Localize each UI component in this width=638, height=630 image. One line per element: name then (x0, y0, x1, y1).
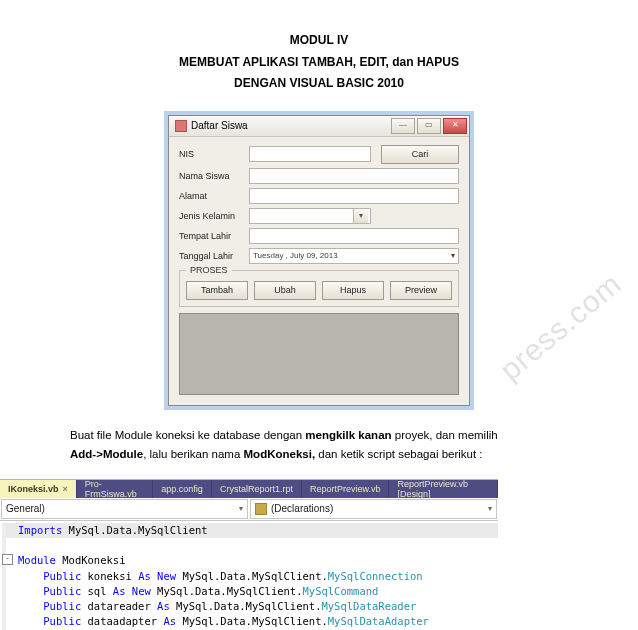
ubah-button[interactable]: Ubah (254, 281, 316, 300)
tambah-button[interactable]: Tambah (186, 281, 248, 300)
tab[interactable]: app.config (153, 480, 212, 498)
close-icon: × (63, 484, 68, 494)
combo-jk[interactable] (249, 208, 371, 224)
input-nis[interactable] (249, 146, 371, 162)
tab[interactable]: CrystalReport1.rpt (212, 480, 302, 498)
datagrid[interactable] (179, 313, 459, 395)
title-line2: MEMBUAT APLIKASI TAMBAH, EDIT, dan HAPUS (70, 52, 568, 74)
minimize-button[interactable]: — (391, 118, 415, 134)
window-title: Daftar Siswa (191, 120, 248, 131)
date-value: Tuesday , July 09, 2013 (253, 251, 338, 260)
hapus-button[interactable]: Hapus (322, 281, 384, 300)
titlebar: Daftar Siswa — ▭ ✕ (169, 116, 469, 137)
input-nama[interactable] (249, 168, 459, 184)
ide-screenshot: IKoneksi.vb× Pro-FrmSiswa.vb app.config … (0, 479, 498, 630)
tab[interactable]: ReportPreview.vb [Design] (389, 480, 498, 498)
groupbox-proses: PROSES Tambah Ubah Hapus Preview (179, 270, 459, 307)
title-line1: MODUL IV (70, 30, 568, 52)
collapse-icon[interactable]: - (2, 554, 13, 565)
maximize-button[interactable]: ▭ (417, 118, 441, 134)
close-button[interactable]: ✕ (443, 118, 467, 134)
chevron-down-icon: ▾ (488, 504, 492, 513)
chevron-down-icon: ▾ (239, 504, 243, 513)
datepicker-tgllahir[interactable]: Tuesday , July 09, 2013 ▾ (249, 248, 459, 264)
input-tlahir[interactable] (249, 228, 459, 244)
code-editor[interactable]: Imports MySql.Data.MySqlClient - Module … (0, 521, 498, 630)
form-window: Daftar Siswa — ▭ ✕ NIS Cari Nama Siswa A… (168, 115, 470, 406)
cari-button[interactable]: Cari (381, 145, 459, 164)
document-title: MODUL IV MEMBUAT APLIKASI TAMBAH, EDIT, … (70, 30, 568, 95)
label-tgllahir: Tanggal Lahir (179, 251, 249, 261)
label-alamat: Alamat (179, 191, 249, 201)
date-arrow-icon: ▾ (451, 251, 455, 260)
scope-dropdown[interactable]: General) ▾ (1, 499, 248, 519)
preview-button[interactable]: Preview (390, 281, 452, 300)
label-jk: Jenis Kelamin (179, 211, 249, 221)
member-dropdown[interactable]: (Declarations) ▾ (250, 499, 497, 519)
label-tlahir: Tempat Lahir (179, 231, 249, 241)
tab-active[interactable]: IKoneksi.vb× (0, 480, 77, 498)
app-icon (175, 120, 187, 132)
tab-strip: IKoneksi.vb× Pro-FrmSiswa.vb app.config … (0, 480, 498, 498)
input-alamat[interactable] (249, 188, 459, 204)
title-line3: DENGAN VISUAL BASIC 2010 (70, 73, 568, 95)
declarations-icon (255, 503, 267, 515)
label-nis: NIS (179, 149, 249, 159)
instruction-paragraph: Buat file Module koneksi ke database den… (70, 426, 568, 465)
label-nama: Nama Siswa (179, 171, 249, 181)
group-title: PROSES (186, 265, 232, 275)
tab[interactable]: Pro-FrmSiswa.vb (77, 480, 154, 498)
tab[interactable]: ReportPreview.vb (302, 480, 390, 498)
